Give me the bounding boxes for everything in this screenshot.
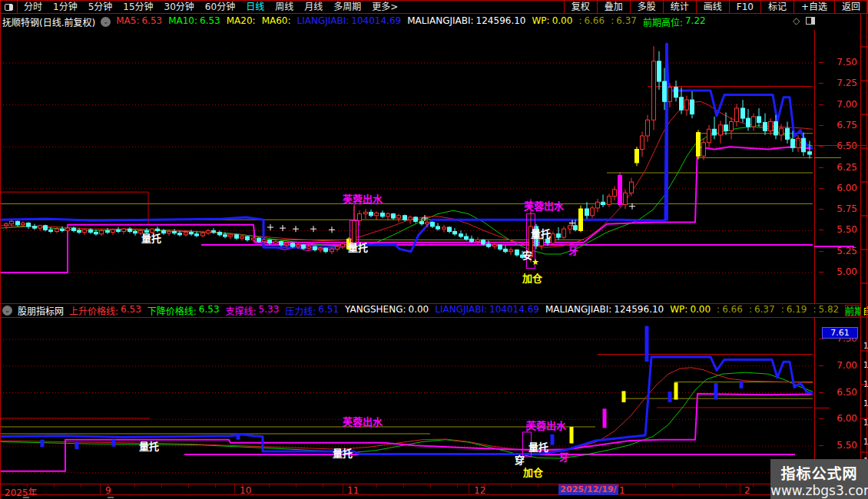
- watermark: 指标公式网 www.zbgs3.com: [770, 459, 868, 499]
- indicator-values: MA5:6.53MA10:6.53MA20:MA60:LIANGJIABI:10…: [116, 15, 705, 28]
- indicator-value: MA60:: [262, 15, 291, 28]
- indicator-header-values: 上升价格线:6.53下降价格线:6.53支撑线:5.33压力线:6.51YANG…: [69, 304, 868, 317]
- month-label: 11: [347, 485, 359, 496]
- tab-15分钟[interactable]: 15分钟: [123, 1, 153, 13]
- indicator-value: :6.66: [717, 304, 743, 317]
- button-标记[interactable]: 标记: [760, 1, 793, 13]
- button-统计[interactable]: 统计: [663, 1, 696, 13]
- main-candlestick-chart[interactable]: ★芙蓉出水量托量托芙蓉出水量托安牙加仓: [0, 30, 814, 303]
- indicator-value: :6.37: [611, 15, 637, 28]
- indicator-value: 支撑线:5.33: [226, 304, 280, 317]
- indicator-value: WP:0.00: [670, 304, 711, 317]
- chart-annotation: 芙蓉出水: [526, 420, 567, 431]
- trading-app-window: 分时1分钟5分钟15分钟30分钟60分钟日线周线月线多周期更多> 复权叠加多股统…: [0, 0, 868, 499]
- chart-annotation: 牙: [568, 245, 578, 256]
- stock-title: 抚顺特钢(日线.前复权): [2, 15, 95, 28]
- month-label: 12: [474, 485, 485, 496]
- price-label: 6.00: [817, 413, 857, 424]
- price-label: 7.00: [817, 360, 857, 371]
- toolbar-buttons: 复权叠加多股统计画线F10标记+自选返回: [564, 1, 868, 13]
- month-label: 9: [105, 485, 111, 496]
- indicator-value: :5.82: [813, 304, 839, 317]
- overlay-line: [814, 157, 841, 158]
- chevron-down-icon[interactable]: ⌄: [2, 306, 12, 316]
- button-F10[interactable]: F10: [729, 1, 760, 13]
- tab-5分钟[interactable]: 5分钟: [88, 1, 113, 13]
- price-label: 5.00: [817, 266, 857, 277]
- overlay-line: [814, 145, 866, 146]
- window-menu-button[interactable]: [0, 1, 18, 13]
- chart-annotation: 加仓: [522, 467, 544, 478]
- tab-日线[interactable]: 日线: [246, 1, 264, 13]
- price-label: 5.50: [817, 224, 857, 235]
- price-label: 6.50: [817, 387, 857, 398]
- chart-annotation: 加仓: [522, 273, 543, 284]
- date-axis[interactable]: 2025年9101112122025/12/19/五: [0, 484, 868, 495]
- button-返回[interactable]: 返回: [834, 1, 868, 13]
- month-label: 2: [744, 485, 750, 496]
- price-label: 5.75: [817, 203, 857, 214]
- indicator-value: 前期高位:7.22: [643, 15, 706, 28]
- chart-annotation: 牙: [559, 451, 569, 463]
- tab-周线[interactable]: 周线: [275, 1, 293, 13]
- layout-panel-icon[interactable]: [806, 17, 815, 25]
- tab-30分钟[interactable]: 30分钟: [164, 1, 194, 13]
- button-多股[interactable]: 多股: [630, 1, 663, 13]
- button-+自选[interactable]: +自选: [793, 1, 834, 13]
- clipped-digits: 1111111: [863, 336, 868, 471]
- month-separator: [343, 484, 343, 495]
- tab-多周期[interactable]: 多周期: [333, 1, 361, 13]
- indicator-value: 上升价格线:6.53: [69, 304, 141, 317]
- tab-月线[interactable]: 月线: [304, 1, 323, 13]
- tab-分时[interactable]: 分时: [24, 1, 42, 13]
- bottom-clipped-row: [0, 496, 868, 499]
- indicator-value: MA5:6.53: [116, 15, 162, 28]
- period-tabs: 分时1分钟5分钟15分钟30分钟60分钟日线周线月线多周期更多>: [18, 1, 398, 13]
- chart-annotation: 穿: [515, 454, 525, 466]
- frame-right-border: [866, 0, 867, 499]
- button-复权[interactable]: 复权: [564, 1, 597, 13]
- chart-annotation: 芙蓉出水: [343, 416, 383, 428]
- price-label: 6.50: [817, 140, 857, 151]
- indicator-value: MALIANGJIABI:124596.10: [407, 15, 525, 28]
- price-axis-indicator: 7.507.006.506.005.507.61: [814, 318, 860, 483]
- price-label: 7.50: [817, 57, 857, 68]
- tab-60分钟[interactable]: 60分钟: [205, 1, 235, 13]
- price-label: 6.75: [817, 120, 857, 131]
- price-label: 6.25: [817, 162, 857, 173]
- tab-1分钟[interactable]: 1分钟: [53, 1, 78, 13]
- indicator-value: MA20:: [227, 15, 256, 28]
- indicator-value: WP:0.00: [532, 15, 573, 28]
- indicator-line-chart[interactable]: 量托量托芙蓉出水芙蓉出水量托穿牙加仓: [0, 318, 814, 483]
- month-separator: [100, 484, 101, 495]
- indicator-value: MALIANGJIABI:124596.10: [545, 304, 664, 317]
- chart-annotation: 量托: [333, 448, 353, 459]
- watermark-title: 指标公式网: [770, 462, 868, 483]
- month-separator: [234, 484, 235, 495]
- overlay-line: [814, 408, 830, 408]
- diamond-icon[interactable]: ◇: [793, 15, 800, 26]
- month-separator: [740, 484, 740, 495]
- price-label: 7.25: [817, 78, 857, 88]
- window-icon: [5, 4, 13, 11]
- indicator-value: LIANGJIABI:104014.69: [297, 15, 402, 28]
- chart-annotation: 芙蓉出水: [524, 200, 565, 212]
- button-叠加[interactable]: 叠加: [597, 1, 630, 13]
- indicator-value: 压力线:6.51: [285, 304, 339, 317]
- button-画线[interactable]: 画线: [696, 1, 729, 13]
- chevron-down-icon[interactable]: ⌄: [101, 17, 111, 27]
- indicator-value: :6.66: [578, 15, 605, 28]
- month-label: 10: [240, 485, 251, 496]
- chart-annotation: 量托: [348, 242, 368, 253]
- watermark-url: www.zbgs3.com: [770, 483, 868, 498]
- overlay-line: [814, 246, 854, 247]
- current-value-badge: 7.61: [822, 327, 858, 339]
- frame-left-border: [0, 0, 1, 499]
- indicator-header-bar: ⌄ 股朋指标网 上升价格线:6.53下降价格线:6.53支撑线:5.33压力线:…: [0, 303, 868, 318]
- indicator-value: :6.37: [749, 304, 775, 317]
- stock-info-bar: 抚顺特钢(日线.前复权) ⌄ MA5:6.53MA10:6.53MA20:MA6…: [0, 14, 868, 30]
- indicator-value: YANGSHENG:0.00: [345, 304, 429, 317]
- tab-更多>[interactable]: 更多>: [372, 1, 398, 13]
- chart-annotation: 量托: [139, 441, 159, 452]
- indicator-value: LIANGJIABI:104014.69: [435, 304, 539, 317]
